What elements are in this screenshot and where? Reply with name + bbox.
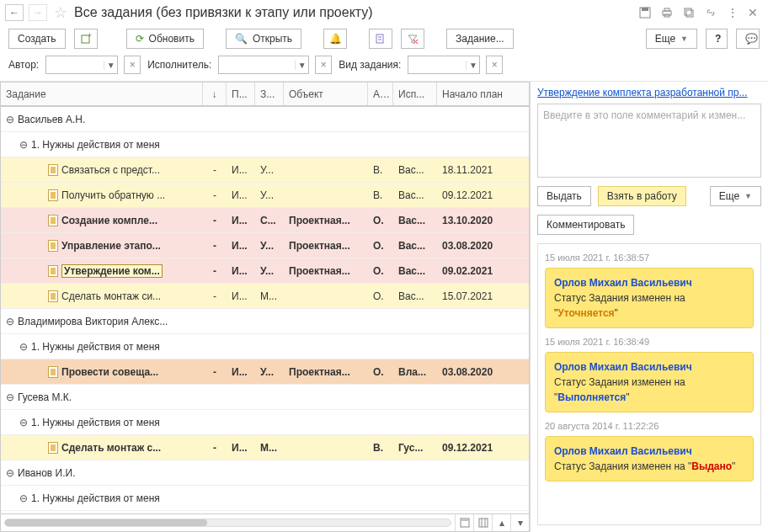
task-link[interactable]: Утверждение комплекта разработанной пр..… [537,82,761,104]
open-button[interactable]: 🔍Открыть [226,29,301,49]
collapse-toggle-icon[interactable]: ⊖ [19,417,28,428]
cell-p: И... [227,290,255,302]
collapse-all-icon[interactable]: ▴ [492,514,510,531]
table-group-row[interactable]: ⊖Владимирова Виктория Алекс... [1,309,529,334]
executor-input[interactable] [219,56,295,73]
author-input[interactable] [46,56,104,73]
cell-p: И... [227,240,255,252]
tasktype-combo[interactable]: ▼ [408,56,480,74]
cell-task: Сделать монтаж си... [1,290,203,302]
table-group-row[interactable]: ⊖Иванов И.И. [1,460,529,486]
table-header: Задание ↓ П... З... Объект А... Исп... Н… [0,82,530,107]
table-row[interactable]: Сделать монтаж си...-И...М...О.Вас...15.… [1,284,529,309]
author-combo[interactable]: ▼ [45,56,118,74]
copy-icon[interactable] [683,7,695,19]
group-label: 1. Нужны действия от меня [31,341,160,353]
collapse-toggle-icon[interactable]: ⊖ [19,492,28,504]
chat-button[interactable]: 💬 [736,29,760,49]
filter-settings-button[interactable] [369,29,392,49]
cell-task: Связаться с предст... [1,164,203,176]
tasktype-clear-button[interactable]: × [486,56,503,74]
table-row[interactable]: Сделать монтаж с...-И...М...В.Гус...09.1… [1,435,529,460]
group-label: Владимирова Виктория Алекс... [18,316,168,327]
table-row[interactable]: Связаться с предст...-И...У...В.Вас...18… [1,157,529,183]
cell-a: О. [368,366,393,378]
author-clear-button[interactable]: × [124,56,141,74]
history-panel[interactable]: 15 июля 2021 г. 16:38:57Орлов Михаил Вас… [537,243,761,525]
table-row[interactable]: Утверждение ком...-И...У...Проектная...О… [1,258,529,284]
collapse-toggle-icon[interactable]: ⊖ [6,391,14,403]
right-more-button[interactable]: Еще ▼ [710,186,761,206]
cell-z: С... [255,215,284,226]
group-label: Иванов И.И. [18,467,75,479]
executor-dropdown-icon[interactable]: ▼ [295,61,308,70]
svg-rect-1 [642,8,648,11]
cell-obj: Проектная... [284,265,368,277]
more-button[interactable]: Еще ▼ [646,29,697,49]
th-object[interactable]: Объект [284,82,368,105]
table-columns-icon[interactable] [473,514,492,531]
cell-task: Сделать монтаж с... [1,442,203,454]
tasktype-input[interactable] [408,56,466,73]
comment-input[interactable]: Введите в это поле комментарий к измен..… [537,104,761,178]
copy-task-button[interactable]: + [74,29,98,49]
nav-back-button[interactable]: ← [5,4,24,21]
cell-sort: - [203,215,227,226]
table-group-row[interactable]: ⊖Васильев А.Н. [1,107,529,132]
cell-z: У... [255,265,284,277]
th-sort[interactable]: ↓ [203,82,227,105]
table-group-row[interactable]: ⊖1. Нужны действия от меня [1,486,529,511]
collapse-toggle-icon[interactable]: ⊖ [6,114,14,125]
table-body[interactable]: ⊖Васильев А.Н.⊖1. Нужны действия от меня… [0,107,530,513]
expand-all-icon[interactable]: ▾ [510,514,529,531]
favorite-star-icon[interactable]: ☆ [54,3,67,22]
executor-clear-button[interactable]: × [315,56,332,74]
history-author: Орлов Михаил Васильевич [554,275,744,290]
print-icon[interactable] [661,7,673,19]
table-row[interactable]: Получить обратную ...-И...У...В.Вас...09… [1,183,529,208]
tasktype-dropdown-icon[interactable]: ▼ [466,61,479,70]
executor-combo[interactable]: ▼ [218,56,309,74]
task-label: Сделать монтаж си... [61,290,161,302]
collapse-toggle-icon[interactable]: ⊖ [6,467,14,479]
issue-button[interactable]: Выдать [537,186,591,206]
table-group-row[interactable]: ⊖1. Нужны действия от меня [1,132,529,157]
refresh-button[interactable]: ⟳Обновить [126,29,204,49]
table-row[interactable]: Создание компле...-И...С...Проектная...О… [1,208,529,233]
table-expand-icon[interactable] [455,514,473,531]
collapse-toggle-icon[interactable]: ⊖ [6,316,14,327]
history-timestamp: 20 августа 2014 г. 11:22:26 [545,421,754,431]
cell-isp: Вас... [393,265,437,277]
th-a[interactable]: А... [368,82,393,105]
nav-forward-button[interactable]: → [29,4,47,21]
author-dropdown-icon[interactable]: ▼ [104,61,117,70]
create-button[interactable]: Создать [8,29,66,49]
th-z[interactable]: З... [255,82,284,105]
collapse-toggle-icon[interactable]: ⊖ [19,139,28,151]
th-p[interactable]: П... [227,82,255,105]
clear-filter-button[interactable] [401,29,424,49]
link-icon[interactable] [705,7,717,19]
th-start[interactable]: Начало план [437,82,518,105]
th-isp[interactable]: Исп... [393,82,437,105]
table-group-row[interactable]: ⊖1. Нужны действия от меня [1,334,529,359]
take-button[interactable]: Взять в работу [598,186,686,206]
th-task[interactable]: Задание [1,82,203,105]
close-icon[interactable]: ✕ [748,6,758,19]
bell-button[interactable]: 🔔 [323,29,347,49]
cell-a: О. [368,240,393,252]
page-title: Все задания (без привязки к этапу или пр… [74,5,634,20]
task-button[interactable]: Задание... [446,29,514,49]
cell-isp: Вас... [393,215,437,226]
collapse-toggle-icon[interactable]: ⊖ [19,341,28,353]
horizontal-scrollbar[interactable] [1,519,455,527]
table-group-row[interactable]: ⊖1. Нужны действия от меня [1,410,529,435]
task-label: Утверждение ком... [61,264,163,278]
comment-button[interactable]: Комментировать [537,215,634,235]
more-vertical-icon[interactable]: ⋮ [727,6,738,19]
save-icon[interactable] [639,7,651,19]
table-group-row[interactable]: ⊖Гусева М.К. [1,385,529,410]
table-row[interactable]: Управление этапо...-И...У...Проектная...… [1,233,529,258]
help-button[interactable]: ? [706,29,728,49]
table-row[interactable]: Провести совеща...-И...У...Проектная...О… [1,359,529,385]
